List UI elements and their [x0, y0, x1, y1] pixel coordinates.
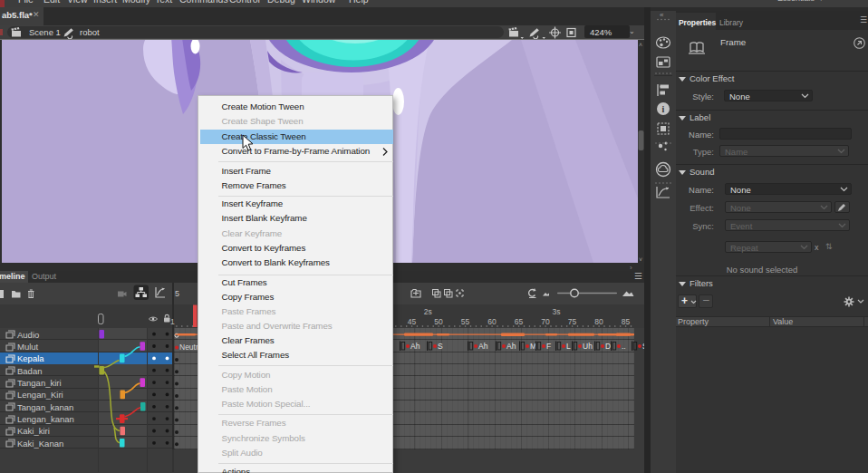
svg-text:45: 45: [408, 317, 417, 326]
svg-text:85: 85: [622, 317, 631, 326]
svg-text:70: 70: [541, 317, 550, 326]
svg-text:75: 75: [568, 317, 577, 326]
svg-text:55: 55: [461, 317, 470, 326]
svg-text:Ah: Ah: [410, 342, 420, 351]
svg-text:L: L: [566, 342, 571, 351]
svg-text:3s: 3s: [552, 307, 560, 316]
svg-text:D: D: [605, 342, 611, 351]
svg-text:..: ..: [622, 342, 626, 351]
svg-text:Neutr: Neutr: [179, 343, 198, 352]
svg-text:2s: 2s: [424, 307, 432, 316]
svg-text:›: ›: [630, 264, 632, 271]
svg-text:F: F: [546, 342, 551, 351]
svg-text:S: S: [438, 342, 443, 351]
svg-text:Uh: Uh: [583, 342, 593, 351]
svg-text:60: 60: [487, 317, 497, 326]
svg-text:65: 65: [515, 317, 524, 326]
svg-text:i: i: [662, 104, 665, 114]
svg-text:80: 80: [594, 317, 603, 326]
svg-text:5: 5: [175, 289, 179, 298]
svg-text:50: 50: [434, 317, 443, 326]
svg-text:1: 1: [170, 317, 175, 326]
svg-text:Ah: Ah: [478, 342, 488, 351]
svg-text:Ah: Ah: [506, 342, 516, 351]
svg-text:˄: ˄: [639, 42, 642, 48]
svg-text:˅: ˅: [639, 256, 642, 263]
